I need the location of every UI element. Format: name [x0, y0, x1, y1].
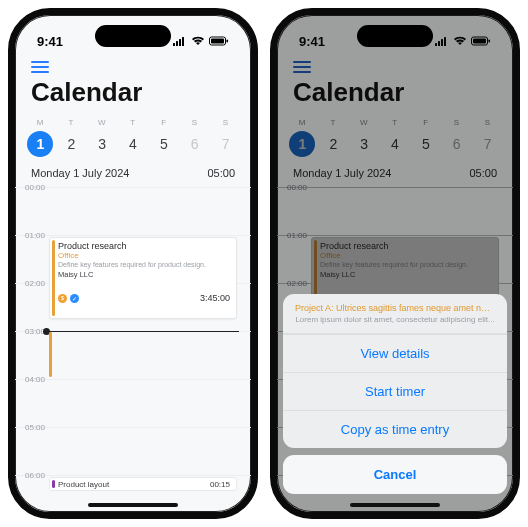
badge-dollar-icon: $	[58, 294, 67, 303]
battery-icon	[209, 36, 229, 46]
svg-rect-6	[227, 40, 229, 43]
screen: Calendar M1 T2 W3 T4 F5 S6 S7 Monday 1 J…	[15, 15, 251, 512]
day-total: 05:00	[207, 167, 235, 179]
dow-label: M	[25, 118, 56, 127]
cancel-button[interactable]: Cancel	[283, 455, 507, 494]
day-7[interactable]: 7	[213, 131, 239, 157]
view-details-button[interactable]: View details	[283, 334, 507, 372]
badge-check-icon: ✓	[70, 294, 79, 303]
selected-date-label: Monday 1 July 2024	[31, 167, 129, 179]
week-strip: M1 T2 W3 T4 F5 S6 S7	[15, 112, 251, 161]
day-1[interactable]: 1	[27, 131, 53, 157]
event-product-layout[interactable]: Product layout 00:15	[49, 477, 237, 491]
event-accent-bar	[52, 480, 55, 488]
action-sheet-header: Project A: Ultrices sagittis fames neque…	[283, 294, 507, 334]
copy-as-time-entry-button[interactable]: Copy as time entry	[283, 410, 507, 448]
event-title: Product layout	[58, 480, 109, 489]
sheet-description-line: Lorem ipsum dolor sit amet, consectetur …	[295, 315, 495, 324]
svg-rect-0	[173, 43, 175, 46]
notch	[95, 25, 171, 47]
day-6[interactable]: 6	[182, 131, 208, 157]
action-sheet: Project A: Ultrices sagittis fames neque…	[283, 294, 507, 494]
event-duration: 3:45:00	[200, 293, 230, 303]
event-badges: $ ✓	[58, 294, 79, 303]
wifi-icon	[191, 36, 205, 46]
sheet-project-line: Project A: Ultrices sagittis fames neque…	[295, 303, 495, 313]
day-4[interactable]: 4	[120, 131, 146, 157]
phone-left: 9:41 Calendar M1 T2 W3 T4 F5 S6 S7	[8, 8, 258, 519]
event-title: Product research	[58, 241, 230, 251]
hour-label: 00:00	[25, 183, 45, 192]
cellular-signal-icon	[173, 36, 187, 46]
hour-label: 01:00	[25, 231, 45, 240]
event-continuation-bar	[49, 332, 52, 377]
svg-rect-3	[182, 37, 184, 46]
action-sheet-card: Project A: Ultrices sagittis fames neque…	[283, 294, 507, 448]
home-indicator[interactable]	[88, 503, 178, 507]
event-accent-bar	[52, 240, 55, 316]
event-project: Office	[58, 251, 230, 260]
timeline[interactable]: 00:00 01:00 02:00 03:00 04:00 05:00 06:0…	[15, 187, 251, 519]
now-indicator	[47, 331, 239, 332]
start-timer-button[interactable]: Start timer	[283, 372, 507, 410]
dow-label: T	[56, 118, 87, 127]
event-duration: 00:15	[210, 480, 230, 489]
hour-label: 02:00	[25, 279, 45, 288]
svg-rect-5	[211, 39, 224, 44]
svg-rect-1	[176, 41, 178, 46]
event-description: Define key features required for product…	[58, 260, 230, 269]
day-5[interactable]: 5	[151, 131, 177, 157]
page-title: Calendar	[31, 77, 235, 108]
day-3[interactable]: 3	[89, 131, 115, 157]
dow-label: S	[179, 118, 210, 127]
notch	[357, 25, 433, 47]
hour-label: 06:00	[25, 471, 45, 480]
home-indicator[interactable]	[350, 503, 440, 507]
status-time: 9:41	[37, 34, 63, 49]
phone-right: 9:41 Calendar M1 T2 W3 T4 F5 S6 S7	[270, 8, 520, 519]
svg-rect-2	[179, 39, 181, 46]
status-right	[173, 36, 229, 46]
dow-label: T	[118, 118, 149, 127]
dow-label: W	[87, 118, 118, 127]
hour-label: 04:00	[25, 375, 45, 384]
hour-label: 05:00	[25, 423, 45, 432]
menu-icon[interactable]	[31, 61, 49, 73]
dow-label: F	[148, 118, 179, 127]
dow-label: S	[210, 118, 241, 127]
event-product-research[interactable]: Product research Office Define key featu…	[49, 237, 237, 319]
date-row: Monday 1 July 2024 05:00	[15, 161, 251, 187]
event-client: Maisy LLC	[58, 270, 230, 279]
day-2[interactable]: 2	[58, 131, 84, 157]
